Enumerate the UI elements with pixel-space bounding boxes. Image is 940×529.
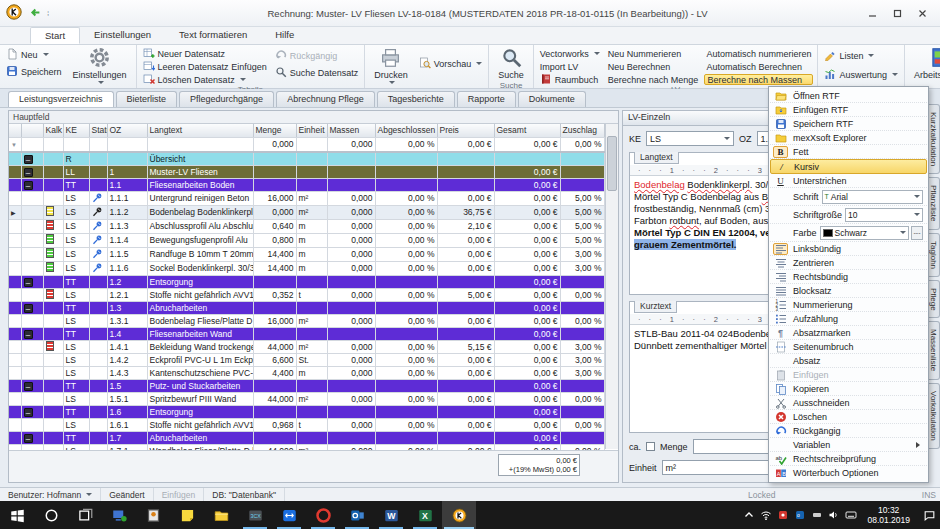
vorschau-button[interactable]: Vorschau <box>417 58 485 69</box>
taskbar-icon-devices[interactable] <box>102 501 136 529</box>
collapse-icon[interactable]: – <box>24 408 33 417</box>
maximize-button[interactable] <box>892 8 903 19</box>
drucken-button[interactable]: Drucken <box>369 46 413 87</box>
taskbar-icon-opera[interactable] <box>306 501 340 529</box>
table-row-1-1-1[interactable]: LS1.1.1Untergrund reinigen Beton16,000m²… <box>9 191 604 205</box>
table-row-1-1-4[interactable]: LS1.1.4Bewegungsfugenprofil Alu0,800m0,0… <box>9 233 604 247</box>
taskbar-icon-windows-start[interactable] <box>0 501 34 529</box>
menu-item-linksb-ndig[interactable]: Linksbündig <box>770 242 927 256</box>
taskbar-icon-teamviewer[interactable] <box>272 501 306 529</box>
menu-item-farbe[interactable]: FarbeSchwarz--- <box>770 224 927 242</box>
taskbar-icon-outlook[interactable] <box>340 501 374 529</box>
table-row-1-4-3[interactable]: LS1.4.3Kantenschutzschiene PVC-U4,400m0,… <box>9 366 604 379</box>
filter-cell[interactable]: 0,00 € <box>437 137 494 152</box>
table-row-1-1[interactable]: –TT1.1Fliesenarbeiten Boden0,00 € <box>9 178 604 191</box>
auswertung-button[interactable]: Auswertung <box>822 69 900 80</box>
doc-tab-abrechnung-pflege[interactable]: Abrechnung Pflege <box>276 91 375 107</box>
collapse-icon[interactable]: – <box>24 304 33 313</box>
menu-item-einf-gen-rtf[interactable]: Einfügen RTF <box>770 103 927 117</box>
action-center-icon[interactable] <box>918 509 940 522</box>
table-row-1-3-1[interactable]: LS1.3.1Bodenbelag Fliese/Platte D bis16,… <box>9 314 604 327</box>
close-button[interactable] <box>917 8 928 19</box>
filter-cell[interactable]: 0,000 <box>253 137 296 152</box>
table-row-1-2[interactable]: –TT1.2Entsorgung0,00 € <box>9 275 604 288</box>
menu-item-absatzmarken[interactable]: ¶Absatzmarken <box>770 326 927 340</box>
taskbar-icon-excel[interactable]: X <box>408 501 442 529</box>
filter-cell[interactable]: ▼ <box>9 137 21 152</box>
doc-tab-tagesberichte[interactable]: Tagesberichte <box>377 91 455 107</box>
column-header-einheit[interactable]: Einheit <box>296 124 327 137</box>
menu-item-aufz-hlung[interactable]: Aufzählung <box>770 312 927 326</box>
doc-tab-pflegedurchg-nge[interactable]: Pflegedurchgänge <box>179 91 274 107</box>
menu-item-schriftgr-e[interactable]: Schriftgröße10 <box>770 206 927 224</box>
menu-item-kopieren[interactable]: Kopieren <box>770 382 927 396</box>
taskbar-icon-task-view[interactable] <box>68 501 102 529</box>
menu-item-schrift[interactable]: SchriftTArial <box>770 188 927 206</box>
table-row-1-1-3[interactable]: LS1.1.3Abschlussprofil Alu Abschlussprof… <box>9 219 604 233</box>
neu-berechnen-button[interactable]: Neu Berechnen <box>606 61 701 72</box>
taskbar-icon-sticky-notes[interactable] <box>170 501 204 529</box>
filter-cell[interactable] <box>147 137 253 152</box>
menu-item-l-schen[interactable]: Löschen <box>770 410 927 424</box>
menu-item-nummerierung[interactable]: 123Nummerierung <box>770 298 927 312</box>
ribbon-tab-text-formatieren[interactable]: Text formatieren <box>165 27 261 44</box>
filter-cell[interactable] <box>89 137 107 152</box>
column-header-preis[interactable]: Preis <box>437 124 494 137</box>
filter-row[interactable]: ▼0,0000,0000,00 %0,00 €0,00 €0,00 % <box>9 137 604 152</box>
doc-tab-rapporte[interactable]: Rapporte <box>457 91 516 107</box>
collapse-icon[interactable]: – <box>24 155 33 164</box>
table-row-1-1-2[interactable]: ▶LS1.1.2Bodenbelag Bodenklinkerpl.0,000m… <box>9 205 604 219</box>
table-row-1-5-1[interactable]: LS1.5.1Spritzbewurf PIII Wand44,000m²0,0… <box>9 392 604 405</box>
suche-button[interactable]: Suche <box>493 46 529 81</box>
menu-item-fett[interactable]: BFett <box>770 145 927 159</box>
menu-item-kursiv[interactable]: /Kursiv <box>770 159 927 174</box>
menu-item-ausschneiden[interactable]: Ausschneiden <box>770 396 927 410</box>
filter-cell[interactable]: 0,00 % <box>560 137 604 152</box>
collapse-icon[interactable]: – <box>24 434 33 443</box>
table-row-1-7[interactable]: –TT1.7Abrucharbeiten0,00 € <box>9 431 604 444</box>
tray-plug-icon[interactable] <box>808 509 825 521</box>
automatisch-berechnen-button[interactable]: Automatisch Berechnen <box>704 61 813 72</box>
ca-checkbox[interactable] <box>646 442 655 451</box>
scrollbar-thumb[interactable] <box>607 136 617 191</box>
berechne-nach-menge-button[interactable]: Berechne nach Menge <box>606 74 701 85</box>
table-row-1-1-5[interactable]: LS1.1.5Randfuge B 10mm T 20mm14,400m0,00… <box>9 247 604 261</box>
column-header-zuschlag[interactable]: Zuschlag <box>560 124 604 137</box>
taskbar-clock[interactable]: 10:32 08.01.2019 <box>859 505 918 525</box>
filter-cell[interactable]: 0,00 € <box>494 137 560 152</box>
speichern-button[interactable]: Speichern <box>4 66 64 77</box>
menu-item-ffnen-rtf[interactable]: Öffnen RTF <box>770 89 927 103</box>
taskbar-icon-word[interactable]: W <box>374 501 408 529</box>
doc-tab-bieterliste[interactable]: Bieterliste <box>116 91 178 107</box>
doc-tab-dokumente[interactable]: Dokumente <box>518 91 586 107</box>
minimize-button[interactable] <box>867 8 878 19</box>
filter-cell[interactable] <box>63 137 89 152</box>
quick-access-overflow-icon[interactable]: ⁞ <box>47 9 49 18</box>
column-header-status[interactable]: Status <box>89 124 107 137</box>
collapse-icon[interactable]: – <box>24 278 33 287</box>
column-header-langtext[interactable]: Langtext <box>147 124 253 137</box>
table-row-1-4-1[interactable]: LS1.4.1Bekleidung Wand trockengepresste4… <box>9 340 604 353</box>
farbe-combobox[interactable]: Schwarz <box>820 226 909 240</box>
vectorworks-button[interactable]: Vectorworks <box>538 48 602 59</box>
taskbar-icon-cortana-search[interactable] <box>34 501 68 529</box>
menu-item-w-rterbuch-optionen[interactable]: ABWörterbuch Optionen <box>770 466 927 480</box>
doc-tab-leistungsverzeichnis[interactable]: Leistungsverzeichnis <box>8 91 114 107</box>
filter-cell[interactable] <box>21 137 43 152</box>
filter-cell[interactable]: 0,000 <box>327 137 375 152</box>
column-header-menge[interactable]: Menge <box>253 124 296 137</box>
column-header-abgeschlossen[interactable]: Abgeschlossen <box>375 124 437 137</box>
table-row-1-4[interactable]: –TT1.4Fliesenarbeiten Wand0,00 € <box>9 327 604 340</box>
table-row-1-4-2[interactable]: LS1.4.2Eckprofil PVC-U L 1m Eckprofil au… <box>9 353 604 366</box>
filter-cell[interactable] <box>107 137 147 152</box>
table-row-1-6-1[interactable]: LS1.6.1Stoffe nicht gefährlich AVV170103… <box>9 418 604 431</box>
tray-touch-keyboard-icon[interactable] <box>842 509 859 521</box>
more-colors-button[interactable]: --- <box>911 226 923 240</box>
menu-item-einf-gen[interactable]: Einfügen <box>770 368 927 382</box>
menu-item-zentrieren[interactable]: Zentrieren <box>770 256 927 270</box>
menu-item-seitenumbruch[interactable]: Seitenumbruch <box>770 340 927 354</box>
schriftgr-e-combobox[interactable]: 10 <box>845 208 923 222</box>
arbeitsbereich-button[interactable]: Arbeitsbereich <box>909 46 940 81</box>
ribbon-tab-einstellungen[interactable]: Einstellungen <box>80 27 165 44</box>
collapse-icon[interactable]: – <box>24 330 33 339</box>
